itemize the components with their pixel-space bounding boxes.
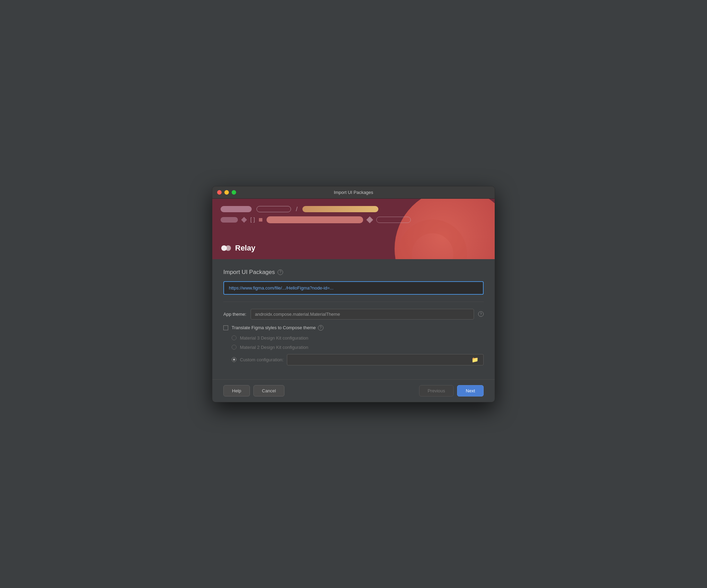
footer-right-buttons: Previous Next [419, 385, 484, 396]
banner-wide-pill [267, 216, 363, 223]
window-controls [217, 190, 236, 195]
banner-slash-icon: / [296, 206, 298, 213]
main-window: Import UI Packages / [ ] [212, 186, 495, 402]
next-button[interactable]: Next [457, 385, 484, 396]
material2-radio-row: Material 2 Design Kit configuration [232, 345, 484, 350]
banner-area: / [ ] Relay [212, 199, 495, 259]
window-title: Import UI Packages [334, 190, 373, 195]
banner-small-square [259, 218, 262, 222]
translate-label: Translate Figma styles to Compose theme … [232, 325, 323, 331]
banner-bracket-icon: [ ] [250, 217, 255, 223]
theme-help-icon[interactable]: ? [478, 311, 484, 317]
section-help-icon[interactable]: ? [278, 270, 283, 275]
figma-url-input[interactable] [223, 281, 484, 295]
custom-config-row: Custom configuration: 📁 [232, 354, 484, 365]
banner-row-1: / [221, 206, 486, 213]
section-title-row: Import UI Packages ? [223, 269, 484, 276]
banner-decorations: / [ ] [221, 206, 486, 223]
footer: Help Cancel Previous Next [212, 379, 495, 402]
banner-logo: Relay [221, 243, 255, 254]
maximize-button[interactable] [232, 190, 236, 195]
translate-checkbox-row: Translate Figma styles to Compose theme … [223, 325, 484, 331]
material3-label: Material 3 Design Kit configuration [240, 335, 308, 341]
banner-diamond-icon [241, 217, 247, 223]
banner-pill-2 [256, 206, 291, 212]
material3-radio[interactable] [232, 335, 236, 340]
relay-logo-text: Relay [235, 244, 255, 253]
cancel-button[interactable]: Cancel [253, 385, 284, 396]
material2-radio[interactable] [232, 345, 236, 350]
previous-button[interactable]: Previous [419, 385, 454, 396]
banner-small-pill [221, 217, 238, 223]
svg-point-1 [225, 245, 231, 251]
material2-label: Material 2 Design Kit configuration [240, 345, 308, 350]
banner-diamond2-icon [366, 216, 373, 223]
close-button[interactable] [217, 190, 222, 195]
relay-logo-icon [221, 243, 232, 254]
folder-icon: 📁 [472, 356, 480, 363]
custom-radio[interactable] [232, 357, 236, 362]
kit-config-radio-group: Material 3 Design Kit configuration Mate… [232, 335, 484, 365]
translate-help-icon[interactable]: ? [318, 325, 323, 331]
minimize-button[interactable] [224, 190, 229, 195]
app-theme-input[interactable] [251, 309, 474, 320]
banner-pill-1 [221, 206, 252, 212]
material3-radio-row: Material 3 Design Kit configuration [232, 335, 484, 341]
banner-row-2: [ ] [221, 216, 486, 223]
content-area: Import UI Packages ? App theme: ? Transl… [212, 259, 495, 372]
custom-config-label: Custom configuration: [240, 357, 283, 362]
custom-config-input[interactable]: 📁 [287, 354, 484, 365]
footer-left-buttons: Help Cancel [223, 385, 284, 396]
translate-checkbox[interactable] [223, 325, 228, 330]
banner-pill-3 [302, 206, 378, 212]
divider [223, 302, 484, 302]
help-button[interactable]: Help [223, 385, 250, 396]
app-theme-label: App theme: [223, 312, 246, 317]
section-title-text: Import UI Packages [223, 269, 275, 276]
title-bar: Import UI Packages [212, 186, 495, 199]
banner-outline-pill [376, 217, 411, 223]
app-theme-row: App theme: ? [223, 309, 484, 320]
